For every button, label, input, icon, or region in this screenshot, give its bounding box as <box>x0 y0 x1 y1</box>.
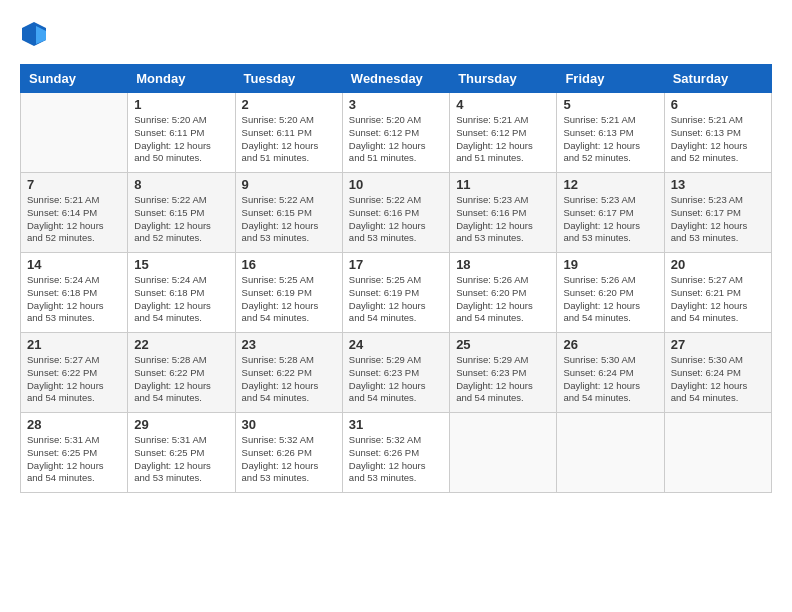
logo <box>20 20 52 48</box>
calendar-day-header: Thursday <box>450 65 557 93</box>
day-info: Sunrise: 5:21 AM Sunset: 6:13 PM Dayligh… <box>671 114 765 165</box>
day-info: Sunrise: 5:32 AM Sunset: 6:26 PM Dayligh… <box>242 434 336 485</box>
calendar-day-cell: 12Sunrise: 5:23 AM Sunset: 6:17 PM Dayli… <box>557 173 664 253</box>
day-number: 5 <box>563 97 657 112</box>
day-number: 1 <box>134 97 228 112</box>
calendar-day-cell: 24Sunrise: 5:29 AM Sunset: 6:23 PM Dayli… <box>342 333 449 413</box>
day-info: Sunrise: 5:32 AM Sunset: 6:26 PM Dayligh… <box>349 434 443 485</box>
day-number: 17 <box>349 257 443 272</box>
calendar-day-cell: 29Sunrise: 5:31 AM Sunset: 6:25 PM Dayli… <box>128 413 235 493</box>
calendar-day-cell: 25Sunrise: 5:29 AM Sunset: 6:23 PM Dayli… <box>450 333 557 413</box>
day-info: Sunrise: 5:22 AM Sunset: 6:15 PM Dayligh… <box>134 194 228 245</box>
calendar-day-header: Saturday <box>664 65 771 93</box>
day-info: Sunrise: 5:23 AM Sunset: 6:16 PM Dayligh… <box>456 194 550 245</box>
calendar-week-row: 14Sunrise: 5:24 AM Sunset: 6:18 PM Dayli… <box>21 253 772 333</box>
day-info: Sunrise: 5:20 AM Sunset: 6:11 PM Dayligh… <box>134 114 228 165</box>
calendar-day-cell: 27Sunrise: 5:30 AM Sunset: 6:24 PM Dayli… <box>664 333 771 413</box>
day-number: 22 <box>134 337 228 352</box>
day-number: 26 <box>563 337 657 352</box>
page-header <box>20 20 772 48</box>
calendar-day-cell: 16Sunrise: 5:25 AM Sunset: 6:19 PM Dayli… <box>235 253 342 333</box>
calendar-day-cell <box>450 413 557 493</box>
calendar-day-cell: 17Sunrise: 5:25 AM Sunset: 6:19 PM Dayli… <box>342 253 449 333</box>
calendar-day-cell <box>557 413 664 493</box>
calendar-table: SundayMondayTuesdayWednesdayThursdayFrid… <box>20 64 772 493</box>
day-number: 29 <box>134 417 228 432</box>
day-info: Sunrise: 5:29 AM Sunset: 6:23 PM Dayligh… <box>456 354 550 405</box>
day-info: Sunrise: 5:30 AM Sunset: 6:24 PM Dayligh… <box>671 354 765 405</box>
day-info: Sunrise: 5:22 AM Sunset: 6:15 PM Dayligh… <box>242 194 336 245</box>
day-number: 3 <box>349 97 443 112</box>
day-info: Sunrise: 5:25 AM Sunset: 6:19 PM Dayligh… <box>349 274 443 325</box>
day-info: Sunrise: 5:31 AM Sunset: 6:25 PM Dayligh… <box>27 434 121 485</box>
day-number: 24 <box>349 337 443 352</box>
day-number: 4 <box>456 97 550 112</box>
calendar-day-cell: 3Sunrise: 5:20 AM Sunset: 6:12 PM Daylig… <box>342 93 449 173</box>
calendar-day-cell: 30Sunrise: 5:32 AM Sunset: 6:26 PM Dayli… <box>235 413 342 493</box>
calendar-day-cell: 11Sunrise: 5:23 AM Sunset: 6:16 PM Dayli… <box>450 173 557 253</box>
day-number: 15 <box>134 257 228 272</box>
calendar-day-cell: 21Sunrise: 5:27 AM Sunset: 6:22 PM Dayli… <box>21 333 128 413</box>
day-info: Sunrise: 5:24 AM Sunset: 6:18 PM Dayligh… <box>27 274 121 325</box>
calendar-week-row: 7Sunrise: 5:21 AM Sunset: 6:14 PM Daylig… <box>21 173 772 253</box>
day-number: 14 <box>27 257 121 272</box>
day-info: Sunrise: 5:21 AM Sunset: 6:12 PM Dayligh… <box>456 114 550 165</box>
calendar-day-cell: 10Sunrise: 5:22 AM Sunset: 6:16 PM Dayli… <box>342 173 449 253</box>
calendar-day-cell: 31Sunrise: 5:32 AM Sunset: 6:26 PM Dayli… <box>342 413 449 493</box>
day-number: 8 <box>134 177 228 192</box>
day-info: Sunrise: 5:20 AM Sunset: 6:12 PM Dayligh… <box>349 114 443 165</box>
day-info: Sunrise: 5:20 AM Sunset: 6:11 PM Dayligh… <box>242 114 336 165</box>
day-info: Sunrise: 5:26 AM Sunset: 6:20 PM Dayligh… <box>563 274 657 325</box>
day-number: 30 <box>242 417 336 432</box>
day-info: Sunrise: 5:24 AM Sunset: 6:18 PM Dayligh… <box>134 274 228 325</box>
day-number: 31 <box>349 417 443 432</box>
logo-icon <box>20 20 48 48</box>
calendar-day-cell: 23Sunrise: 5:28 AM Sunset: 6:22 PM Dayli… <box>235 333 342 413</box>
day-number: 27 <box>671 337 765 352</box>
calendar-day-cell <box>21 93 128 173</box>
calendar-day-cell: 28Sunrise: 5:31 AM Sunset: 6:25 PM Dayli… <box>21 413 128 493</box>
calendar-day-cell: 19Sunrise: 5:26 AM Sunset: 6:20 PM Dayli… <box>557 253 664 333</box>
day-info: Sunrise: 5:23 AM Sunset: 6:17 PM Dayligh… <box>563 194 657 245</box>
day-info: Sunrise: 5:30 AM Sunset: 6:24 PM Dayligh… <box>563 354 657 405</box>
calendar-day-cell: 8Sunrise: 5:22 AM Sunset: 6:15 PM Daylig… <box>128 173 235 253</box>
calendar-day-cell: 7Sunrise: 5:21 AM Sunset: 6:14 PM Daylig… <box>21 173 128 253</box>
calendar-day-cell: 26Sunrise: 5:30 AM Sunset: 6:24 PM Dayli… <box>557 333 664 413</box>
calendar-day-cell: 13Sunrise: 5:23 AM Sunset: 6:17 PM Dayli… <box>664 173 771 253</box>
day-number: 23 <box>242 337 336 352</box>
calendar-day-cell: 9Sunrise: 5:22 AM Sunset: 6:15 PM Daylig… <box>235 173 342 253</box>
calendar-day-header: Friday <box>557 65 664 93</box>
calendar-day-cell: 22Sunrise: 5:28 AM Sunset: 6:22 PM Dayli… <box>128 333 235 413</box>
day-number: 6 <box>671 97 765 112</box>
day-info: Sunrise: 5:28 AM Sunset: 6:22 PM Dayligh… <box>242 354 336 405</box>
calendar-day-header: Monday <box>128 65 235 93</box>
day-info: Sunrise: 5:27 AM Sunset: 6:21 PM Dayligh… <box>671 274 765 325</box>
calendar-day-cell: 18Sunrise: 5:26 AM Sunset: 6:20 PM Dayli… <box>450 253 557 333</box>
day-info: Sunrise: 5:28 AM Sunset: 6:22 PM Dayligh… <box>134 354 228 405</box>
day-number: 11 <box>456 177 550 192</box>
calendar-day-cell: 2Sunrise: 5:20 AM Sunset: 6:11 PM Daylig… <box>235 93 342 173</box>
day-number: 19 <box>563 257 657 272</box>
day-info: Sunrise: 5:22 AM Sunset: 6:16 PM Dayligh… <box>349 194 443 245</box>
day-info: Sunrise: 5:21 AM Sunset: 6:14 PM Dayligh… <box>27 194 121 245</box>
calendar-day-cell: 20Sunrise: 5:27 AM Sunset: 6:21 PM Dayli… <box>664 253 771 333</box>
day-number: 21 <box>27 337 121 352</box>
day-info: Sunrise: 5:31 AM Sunset: 6:25 PM Dayligh… <box>134 434 228 485</box>
day-number: 2 <box>242 97 336 112</box>
day-number: 9 <box>242 177 336 192</box>
calendar-day-cell: 4Sunrise: 5:21 AM Sunset: 6:12 PM Daylig… <box>450 93 557 173</box>
day-number: 16 <box>242 257 336 272</box>
day-number: 28 <box>27 417 121 432</box>
calendar-week-row: 21Sunrise: 5:27 AM Sunset: 6:22 PM Dayli… <box>21 333 772 413</box>
calendar-week-row: 28Sunrise: 5:31 AM Sunset: 6:25 PM Dayli… <box>21 413 772 493</box>
day-number: 18 <box>456 257 550 272</box>
day-number: 25 <box>456 337 550 352</box>
calendar-day-cell <box>664 413 771 493</box>
day-info: Sunrise: 5:27 AM Sunset: 6:22 PM Dayligh… <box>27 354 121 405</box>
day-number: 7 <box>27 177 121 192</box>
calendar-day-cell: 5Sunrise: 5:21 AM Sunset: 6:13 PM Daylig… <box>557 93 664 173</box>
calendar-day-cell: 6Sunrise: 5:21 AM Sunset: 6:13 PM Daylig… <box>664 93 771 173</box>
day-info: Sunrise: 5:21 AM Sunset: 6:13 PM Dayligh… <box>563 114 657 165</box>
calendar-day-cell: 15Sunrise: 5:24 AM Sunset: 6:18 PM Dayli… <box>128 253 235 333</box>
calendar-day-cell: 1Sunrise: 5:20 AM Sunset: 6:11 PM Daylig… <box>128 93 235 173</box>
